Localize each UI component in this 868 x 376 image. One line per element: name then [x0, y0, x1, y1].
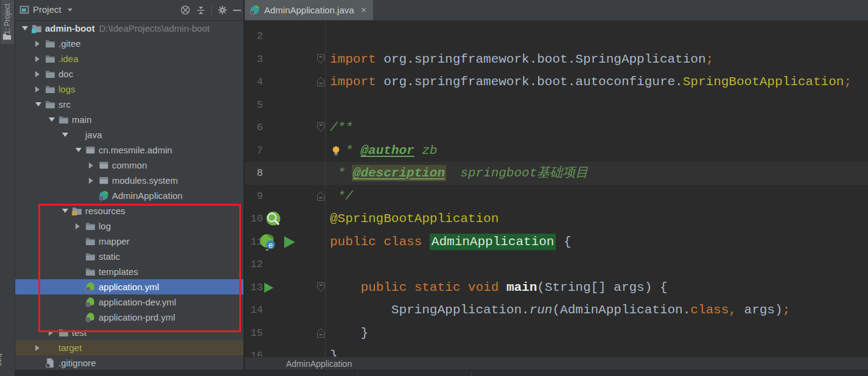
code-line-text: @SpringBootApplication — [330, 207, 499, 231]
run-icon[interactable] — [281, 234, 297, 250]
expand-arrow[interactable] — [75, 223, 85, 229]
gutter-divider — [325, 299, 326, 322]
expand-arrow[interactable] — [89, 162, 99, 169]
dropdown-caret-icon[interactable] — [68, 9, 72, 12]
expand-arrow[interactable] — [35, 86, 45, 92]
tree-item-main[interactable]: main — [15, 112, 245, 127]
tree-item-label: .gitignore — [58, 358, 96, 368]
folder-icon — [85, 236, 96, 246]
toolbar-divider — [211, 5, 212, 16]
run-icon[interactable] — [262, 281, 275, 294]
folder-icon — [45, 84, 55, 94]
editor-tab-bar: AdminApplication.java × — [245, 0, 868, 21]
code-line-text: public static void main(String[] args) { — [330, 276, 668, 299]
expand-arrow[interactable] — [35, 71, 45, 77]
gutter-divider — [325, 162, 326, 185]
folder-icon — [58, 114, 69, 125]
code-line-16: 16} — [245, 344, 868, 357]
tree-item-src[interactable]: src — [15, 97, 245, 112]
tree-item-application.yml[interactable]: application.yml — [15, 279, 245, 294]
expand-arrow[interactable] — [49, 330, 58, 336]
collapse-all-icon[interactable] — [196, 5, 206, 15]
panel-editor-divider[interactable] — [243, 0, 245, 376]
code-line-5: 5 — [245, 94, 868, 117]
tree-item-target[interactable]: target — [15, 340, 245, 355]
folder-icon — [45, 38, 55, 49]
collapse-arrow[interactable] — [62, 133, 72, 137]
gutter-divider — [325, 25, 326, 48]
tree-item-label: src — [58, 99, 71, 110]
tree-item-label: java — [85, 130, 102, 140]
code-line-text: import org.springframework.boot.SpringAp… — [330, 48, 713, 71]
tree-item-templates[interactable]: templates — [15, 264, 245, 279]
tree-item-.gitignore[interactable]: .gitignore — [15, 355, 245, 370]
code-line-text: * @description springboot基础项目 — [330, 162, 588, 185]
expand-arrow[interactable] — [89, 178, 99, 184]
project-stripe-label[interactable]: 1: Project — [3, 3, 12, 35]
tree-item-.idea[interactable]: .idea — [15, 51, 245, 66]
code-line-text: * @author zb — [330, 139, 437, 162]
fold-marker-up[interactable] — [317, 190, 325, 201]
tree-item-mapper[interactable]: mapper — [15, 234, 245, 249]
tree-item-modules.system[interactable]: modules.system — [15, 173, 245, 188]
tab-adminapplication[interactable]: AdminApplication.java × — [245, 0, 373, 20]
tree-item-label: admin-boot — [45, 23, 95, 33]
structure-stripe-label[interactable]: ture — [0, 353, 4, 366]
spring-run-search-icon[interactable] — [265, 211, 281, 227]
expand-arrow[interactable] — [35, 41, 45, 47]
tree-item-cn.mesmile.admin[interactable]: cn.mesmile.admin — [15, 142, 245, 158]
spring-yml-icon — [85, 282, 96, 292]
folder-icon — [45, 69, 55, 79]
fold-marker-down[interactable] — [317, 122, 325, 133]
tree-item-java[interactable]: java — [15, 127, 245, 142]
collapse-arrow[interactable] — [75, 148, 85, 152]
code-line-9: 9 */ — [245, 185, 868, 208]
fold-marker-up[interactable] — [317, 327, 325, 338]
line-number: 3 — [245, 48, 263, 71]
fold-marker-down[interactable] — [317, 282, 325, 293]
tree-item-test[interactable]: test — [15, 325, 245, 340]
tree-item-resources[interactable]: resources — [15, 203, 245, 218]
tree-item-AdminApplication[interactable]: AdminApplication — [15, 188, 245, 203]
tree-item-doc[interactable]: doc — [15, 66, 245, 82]
code-line-text: /** — [330, 116, 353, 139]
spring-boot-icon — [250, 5, 260, 15]
collapse-arrow[interactable] — [62, 209, 72, 213]
breadcrumb-item[interactable]: AdminApplication — [286, 359, 352, 369]
locate-icon[interactable] — [180, 5, 191, 15]
expand-arrow[interactable] — [35, 345, 45, 351]
tree-item-log[interactable]: log — [15, 218, 245, 234]
line-number: 5 — [245, 94, 263, 117]
spring-bean-run-icon[interactable] — [259, 234, 276, 251]
tree-item-admin-boot[interactable]: admin-bootD:\IdeaProjects\admin-boot — [15, 21, 245, 36]
code-line-text: public class AdminApplication { — [330, 231, 572, 254]
collapse-arrow[interactable] — [35, 102, 45, 106]
tree-item-application-dev.yml[interactable]: application-dev.yml — [15, 294, 245, 310]
line-number: 14 — [245, 299, 263, 322]
settings-gear-icon[interactable] — [217, 5, 228, 15]
code-line-7: 7 * @author zb — [245, 139, 868, 162]
panel-title[interactable]: Project — [33, 4, 61, 15]
code-editor[interactable]: 1package cn.mesmile.admin;23import org.s… — [245, 0, 868, 357]
code-line-text: import org.springframework.boot.autoconf… — [330, 71, 852, 94]
gutter-divider — [325, 71, 326, 94]
tree-item-.gitee[interactable]: .gitee — [15, 36, 245, 51]
package-icon — [85, 145, 96, 155]
collapse-arrow[interactable] — [49, 117, 58, 122]
tree-item-static[interactable]: static — [15, 249, 245, 264]
collapse-arrow[interactable] — [22, 26, 32, 30]
code-line-12: 12 — [245, 253, 868, 276]
tree-item-logs[interactable]: logs — [15, 82, 245, 97]
tab-title: AdminApplication.java — [264, 5, 354, 15]
hide-panel-icon[interactable] — [233, 10, 241, 11]
expand-arrow[interactable] — [35, 56, 45, 62]
close-icon[interactable]: × — [361, 5, 367, 15]
tree-item-label: application.yml — [99, 282, 159, 292]
fold-marker-up[interactable] — [317, 76, 325, 87]
fold-marker-down[interactable] — [317, 54, 325, 64]
code-line-text: SpringApplication.run(AdminApplication.c… — [330, 299, 790, 322]
line-number: 7 — [245, 139, 263, 162]
tree-item-common[interactable]: common — [15, 158, 245, 173]
gutter-divider — [325, 276, 326, 299]
tree-item-application-prd.yml[interactable]: application-prd.yml — [15, 310, 245, 325]
